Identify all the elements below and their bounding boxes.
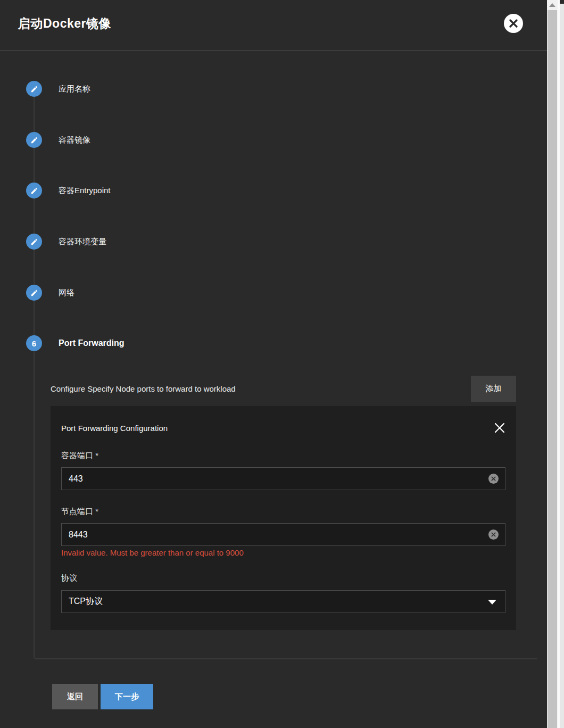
triangle-up-icon bbox=[549, 3, 555, 7]
port-forwarding-card: Port Forwarding Configuration 容器端口 * 节点端… bbox=[51, 406, 516, 630]
container-port-label: 容器端口 * bbox=[61, 451, 505, 461]
step-number-badge: 6 bbox=[26, 335, 42, 351]
launch-docker-image-dialog: 启动Docker镜像 应用名称 容器镜像 容器Entrypoint 容器环境变量 bbox=[0, 0, 564, 728]
protocol-select[interactable]: TCP协议 bbox=[61, 590, 505, 613]
caret-down-icon bbox=[488, 600, 496, 605]
scrollbar-thumb[interactable] bbox=[548, 10, 557, 728]
port-forwarding-section: Configure Specify Node ports to forward … bbox=[51, 376, 516, 630]
step-port-forwarding[interactable]: 6 Port Forwarding bbox=[26, 335, 125, 351]
step-label: Port Forwarding bbox=[59, 338, 125, 348]
clear-node-port-button[interactable] bbox=[488, 530, 499, 540]
step-label: 容器环境变量 bbox=[59, 237, 106, 247]
protocol-label: 协议 bbox=[61, 573, 505, 583]
node-port-label: 节点端口 * bbox=[61, 507, 505, 517]
pencil-icon bbox=[26, 132, 42, 148]
circle-x-icon bbox=[491, 532, 496, 537]
step-label: 容器镜像 bbox=[59, 135, 90, 145]
dialog-title: 启动Docker镜像 bbox=[18, 15, 111, 32]
step-app-name[interactable]: 应用名称 bbox=[26, 81, 90, 97]
x-icon bbox=[494, 427, 505, 435]
scrollbar-track[interactable] bbox=[547, 0, 558, 728]
circle-x-icon bbox=[509, 19, 518, 28]
remove-port-config-button[interactable] bbox=[494, 422, 505, 434]
step-label: 应用名称 bbox=[59, 84, 90, 94]
node-port-error-message: Invalid value. Must be greater than or e… bbox=[61, 548, 505, 557]
step-network[interactable]: 网络 bbox=[26, 285, 74, 301]
node-port-input[interactable] bbox=[61, 523, 505, 546]
header-divider bbox=[0, 50, 547, 51]
outer-scrollbar-track[interactable] bbox=[560, 4, 564, 728]
container-port-input[interactable] bbox=[61, 467, 505, 490]
next-step-button[interactable]: 下一步 bbox=[101, 684, 153, 709]
pencil-icon bbox=[26, 81, 42, 97]
clear-container-port-button[interactable] bbox=[488, 474, 499, 484]
footer-divider bbox=[35, 658, 537, 659]
pencil-icon bbox=[26, 285, 42, 301]
circle-x-icon bbox=[491, 476, 496, 481]
card-title: Port Forwarding Configuration bbox=[61, 424, 168, 433]
step-number: 6 bbox=[32, 339, 36, 348]
step-label: 容器Entrypoint bbox=[59, 186, 111, 196]
step-env-vars[interactable]: 容器环境变量 bbox=[26, 234, 106, 250]
close-dialog-button[interactable] bbox=[504, 14, 523, 33]
step-entrypoint[interactable]: 容器Entrypoint bbox=[26, 183, 111, 198]
scrollbar-up-button[interactable] bbox=[547, 0, 558, 10]
port-forwarding-description: Configure Specify Node ports to forward … bbox=[51, 384, 236, 393]
step-container-image[interactable]: 容器镜像 bbox=[26, 132, 90, 148]
pencil-icon bbox=[26, 234, 42, 250]
step-connector-line bbox=[34, 89, 35, 658]
step-label: 网络 bbox=[59, 288, 74, 298]
pencil-icon bbox=[26, 183, 42, 198]
add-port-button[interactable]: 添加 bbox=[471, 376, 516, 402]
protocol-selected-value: TCP协议 bbox=[69, 596, 103, 607]
back-button[interactable]: 返回 bbox=[52, 684, 98, 709]
